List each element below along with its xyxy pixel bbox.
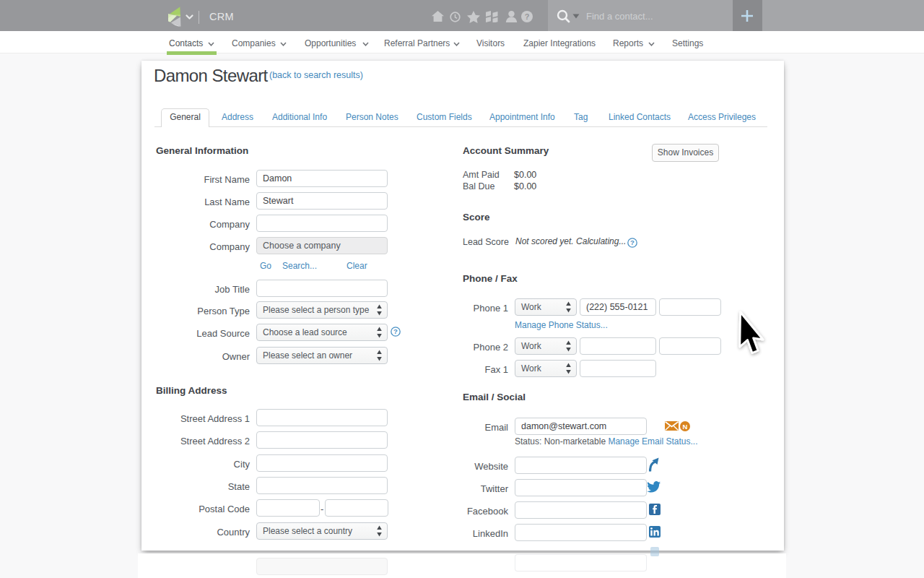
svg-text:?: ?	[630, 238, 635, 246]
svg-text:N: N	[683, 423, 688, 431]
svg-text:?: ?	[525, 12, 530, 21]
svg-text:?: ?	[393, 327, 398, 335]
